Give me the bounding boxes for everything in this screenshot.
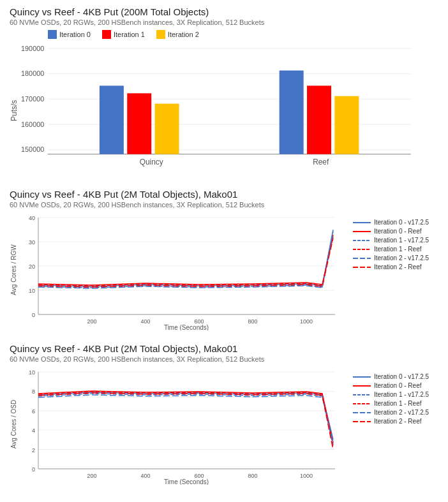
chart2-title: Quincy vs Reef - 4KB Put (2M Total Objec… xyxy=(10,189,438,200)
svg-text:400: 400 xyxy=(140,318,150,325)
legend2-label-1: Iteration 0 - Reef xyxy=(374,228,421,235)
line3-iter1-v17 xyxy=(38,394,333,442)
legend2-label-5: Iteration 2 - Reef xyxy=(374,263,421,270)
svg-text:800: 800 xyxy=(248,318,257,325)
legend-label-0: Iteration 0 xyxy=(59,31,91,38)
line-iter1-v17 xyxy=(38,232,333,288)
legend3-1: Iteration 0 - Reef xyxy=(353,382,436,389)
line3-iter0-reef xyxy=(38,391,333,443)
legend2-0: Iteration 0 - v17.2.5 xyxy=(353,219,436,226)
legend-item-2: Iteration 2 xyxy=(156,30,199,39)
svg-text:Avg Cores / RGW: Avg Cores / RGW xyxy=(10,244,17,295)
chart1-xlabel-quincy: Quincy xyxy=(140,158,163,166)
bar-reef-2 xyxy=(334,96,359,154)
legend3-0: Iteration 0 - v17.2.5 xyxy=(353,373,436,380)
svg-text:1000: 1000 xyxy=(300,318,313,325)
svg-text:200: 200 xyxy=(87,318,96,325)
svg-text:10: 10 xyxy=(29,288,35,294)
legend-color-1 xyxy=(102,30,111,39)
chart3-subtitle: 60 NVMe OSDs, 20 RGWs, 200 HSBench insta… xyxy=(10,355,438,363)
line-iter1-reef xyxy=(38,237,333,286)
legend2-label-2: Iteration 1 - v17.2.5 xyxy=(374,237,429,244)
legend3-label-3: Iteration 1 - Reef xyxy=(374,400,421,407)
svg-text:30: 30 xyxy=(29,239,35,246)
legend2-label-4: Iteration 2 - v17.2.5 xyxy=(374,255,429,262)
legend3-4: Iteration 2 - v17.2.5 xyxy=(353,409,436,416)
chart3-title: Quincy vs Reef - 4KB Put (2M Total Objec… xyxy=(10,343,438,354)
svg-text:4: 4 xyxy=(32,427,35,434)
chart3-legend: Iteration 0 - v17.2.5 Iteration 0 - Reef… xyxy=(353,373,436,425)
bar-reef-1 xyxy=(307,85,331,154)
chart2-section: Quincy vs Reef - 4KB Put (2M Total Objec… xyxy=(10,189,438,330)
legend-color-2 xyxy=(156,30,165,39)
chart1-svg: Puts/s 190000 180000 170000 160000 15000… xyxy=(10,41,438,176)
legend3-label-5: Iteration 2 - Reef xyxy=(374,418,421,425)
legend3-label-0: Iteration 0 - v17.2.5 xyxy=(374,373,429,380)
legend-item-1: Iteration 1 xyxy=(102,30,145,39)
chart2-area: Avg Cores / RGW 40 30 20 10 0 200 400 60 xyxy=(10,212,438,330)
chart1-title: Quincy vs Reef - 4KB Put (200M Total Obj… xyxy=(10,6,438,17)
svg-text:190000: 190000 xyxy=(21,45,44,52)
legend2-label-3: Iteration 1 - Reef xyxy=(374,246,421,253)
bar-quincy-2 xyxy=(155,104,179,154)
svg-text:150000: 150000 xyxy=(21,145,44,153)
legend2-2: Iteration 1 - v17.2.5 xyxy=(353,237,436,244)
chart1-subtitle: 60 NVMe OSDs, 20 RGWs, 200 HSBench insta… xyxy=(10,18,438,26)
svg-text:8: 8 xyxy=(32,388,35,395)
line3-iter2-v17 xyxy=(38,395,333,445)
svg-text:200: 200 xyxy=(87,473,96,479)
svg-text:Time (Seconds): Time (Seconds) xyxy=(164,478,209,485)
svg-text:6: 6 xyxy=(32,408,35,415)
line3-iter2-reef xyxy=(38,393,333,450)
svg-text:1000: 1000 xyxy=(300,473,313,479)
svg-text:170000: 170000 xyxy=(21,95,44,103)
svg-text:Avg Cores / OSD: Avg Cores / OSD xyxy=(10,400,17,449)
svg-text:2: 2 xyxy=(32,447,35,454)
bar-quincy-0 xyxy=(100,85,124,154)
legend2-4: Iteration 2 - v17.2.5 xyxy=(353,255,436,262)
legend-color-0 xyxy=(48,30,57,39)
svg-text:180000: 180000 xyxy=(21,70,44,77)
line3-iter1-reef xyxy=(38,392,333,447)
chart3-svg: Avg Cores / OSD 10 8 6 4 2 0 200 400 xyxy=(10,367,348,485)
chart3-section: Quincy vs Reef - 4KB Put (2M Total Objec… xyxy=(10,343,438,485)
legend3-2: Iteration 1 - v17.2.5 xyxy=(353,391,436,398)
line-iter2-reef xyxy=(38,238,333,287)
legend3-3: Iteration 1 - Reef xyxy=(353,400,436,407)
line-iter0-reef xyxy=(38,235,333,285)
chart1-ylabel: Puts/s xyxy=(10,100,19,121)
legend3-5: Iteration 2 - Reef xyxy=(353,418,436,425)
bar-quincy-1 xyxy=(127,93,151,154)
legend2-3: Iteration 1 - Reef xyxy=(353,246,436,253)
legend3-label-1: Iteration 0 - Reef xyxy=(374,382,421,389)
chart2-svg: Avg Cores / RGW 40 30 20 10 0 200 400 60 xyxy=(10,212,348,330)
legend-item-0: Iteration 0 xyxy=(48,30,91,39)
chart2-legend: Iteration 0 - v17.2.5 Iteration 0 - Reef… xyxy=(353,219,436,270)
svg-text:40: 40 xyxy=(29,215,35,221)
svg-text:400: 400 xyxy=(140,473,150,479)
svg-text:800: 800 xyxy=(248,473,257,479)
bar-reef-0 xyxy=(280,71,304,154)
legend2-5: Iteration 2 - Reef xyxy=(353,263,436,270)
svg-text:Time (Seconds): Time (Seconds) xyxy=(164,324,209,330)
line3-iter0-v17 xyxy=(38,392,333,439)
legend-label-1: Iteration 1 xyxy=(114,31,145,38)
legend3-label-4: Iteration 2 - v17.2.5 xyxy=(374,409,429,416)
chart1-area: Puts/s 190000 180000 170000 160000 15000… xyxy=(10,41,438,176)
legend-label-2: Iteration 2 xyxy=(168,31,199,38)
chart2-subtitle: 60 NVMe OSDs, 20 RGWs, 200 HSBench insta… xyxy=(10,201,438,209)
svg-text:10: 10 xyxy=(29,369,35,376)
svg-text:0: 0 xyxy=(32,466,35,473)
line-iter0-v17 xyxy=(38,230,333,286)
svg-text:0: 0 xyxy=(32,312,35,318)
svg-text:20: 20 xyxy=(29,263,35,270)
legend3-label-2: Iteration 1 - v17.2.5 xyxy=(374,391,429,398)
legend2-1: Iteration 0 - Reef xyxy=(353,228,436,235)
chart1-xlabel-reef: Reef xyxy=(313,158,329,166)
svg-text:160000: 160000 xyxy=(21,121,44,128)
chart1-legend: Iteration 0 Iteration 1 Iteration 2 xyxy=(48,30,438,39)
legend2-label-0: Iteration 0 - v17.2.5 xyxy=(374,219,429,226)
chart1-section: Quincy vs Reef - 4KB Put (200M Total Obj… xyxy=(10,6,438,176)
chart3-area: Avg Cores / OSD 10 8 6 4 2 0 200 400 xyxy=(10,367,438,485)
